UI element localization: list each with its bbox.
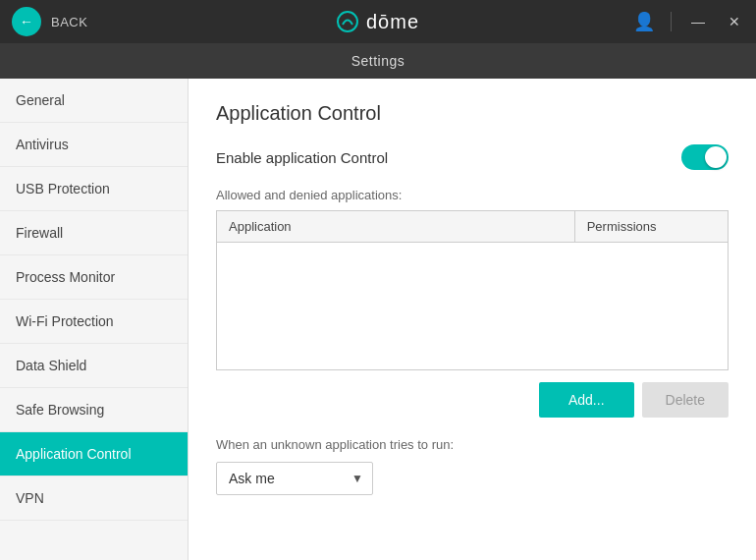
back-label: BACK <box>51 15 87 29</box>
app-logo: dōme <box>337 11 419 33</box>
table-empty-cell-2 <box>574 243 728 370</box>
action-buttons: Add... Delete <box>216 382 729 418</box>
col-application: Application <box>217 211 575 243</box>
unknown-app-dropdown[interactable]: Ask me Allow Deny <box>216 462 373 495</box>
settings-bar: Settings <box>0 43 756 79</box>
page-title: Application Control <box>216 102 729 125</box>
col-permissions: Permissions <box>574 211 728 243</box>
unknown-app-label: When an unknown application tries to run… <box>216 437 729 452</box>
user-icon[interactable]: 👤 <box>633 11 655 32</box>
settings-title: Settings <box>351 53 405 69</box>
applications-table: Application Permissions <box>216 210 729 370</box>
add-button[interactable]: Add... <box>539 382 634 418</box>
sidebar-item-vpn[interactable]: VPN <box>0 476 188 521</box>
toggle-label: Enable application Control <box>216 149 388 166</box>
unknown-app-dropdown-wrapper: Ask me Allow Deny ▼ <box>216 462 373 495</box>
sidebar-item-firewall[interactable]: Firewall <box>0 211 188 255</box>
close-button[interactable]: ✕ <box>725 12 744 31</box>
enable-toggle[interactable] <box>681 144 729 170</box>
sidebar: General Antivirus USB Protection Firewal… <box>0 79 189 560</box>
allowed-denied-label: Allowed and denied applications: <box>216 188 729 202</box>
enable-toggle-row: Enable application Control <box>216 144 729 170</box>
back-arrow-icon: ← <box>20 14 33 29</box>
sidebar-item-general[interactable]: General <box>0 79 188 123</box>
sidebar-item-safe-browsing[interactable]: Safe Browsing <box>0 388 188 432</box>
dome-logo-icon <box>337 11 358 32</box>
svg-point-0 <box>338 12 357 31</box>
sidebar-item-wifi-protection[interactable]: Wi-Fi Protection <box>0 300 188 344</box>
sidebar-item-process-monitor[interactable]: Process Monitor <box>0 255 188 300</box>
content-area: Application Control Enable application C… <box>189 79 756 560</box>
delete-button[interactable]: Delete <box>642 382 729 418</box>
title-bar-left: ← BACK <box>12 7 87 36</box>
minimize-button[interactable]: — <box>687 12 709 31</box>
sidebar-item-antivirus[interactable]: Antivirus <box>0 123 188 167</box>
sidebar-item-application-control[interactable]: Application Control <box>0 432 188 476</box>
title-bar-right: 👤 — ✕ <box>633 11 744 32</box>
main-layout: General Antivirus USB Protection Firewal… <box>0 79 756 560</box>
toggle-knob <box>705 146 727 168</box>
title-bar-separator <box>671 12 672 31</box>
sidebar-item-usb-protection[interactable]: USB Protection <box>0 167 188 211</box>
table-empty-cell <box>217 243 575 370</box>
sidebar-item-data-shield[interactable]: Data Shield <box>0 344 188 388</box>
back-button[interactable]: ← <box>12 7 41 36</box>
app-name: dōme <box>366 11 419 33</box>
title-bar: ← BACK dōme 👤 — ✕ <box>0 0 756 43</box>
